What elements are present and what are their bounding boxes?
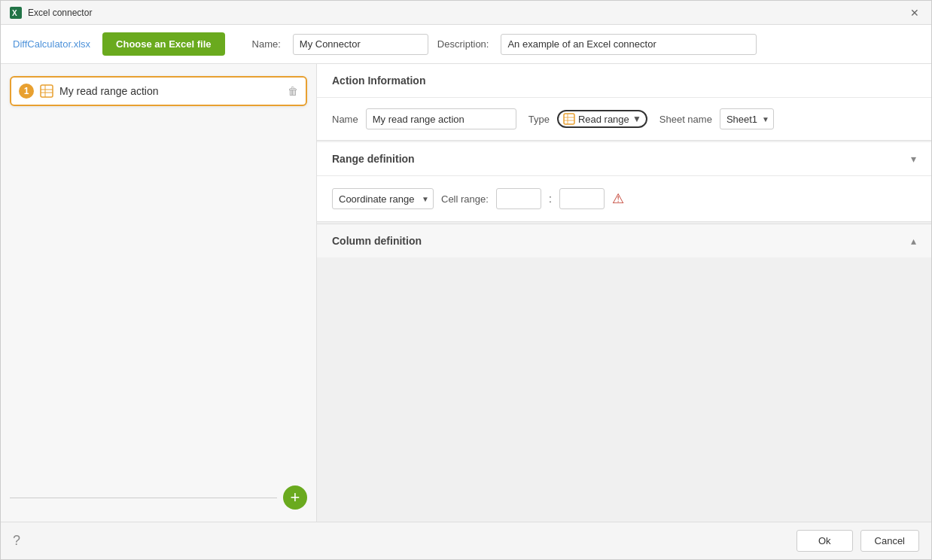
choose-file-button[interactable]: Choose an Excel file: [102, 32, 224, 56]
toolbar: DiffCalculator.xlsx Choose an Excel file…: [1, 25, 931, 64]
cell-range-label: Cell range:: [441, 193, 489, 205]
action-info-header: Action Information: [317, 64, 931, 98]
col-def-section: Column definition ▴: [317, 224, 931, 257]
action-name-label: My read range action: [59, 85, 282, 97]
action-info-title: Action Information: [332, 75, 916, 87]
range-type-dropdown[interactable]: Coordinate range Named range: [332, 188, 434, 209]
read-range-action-icon: [40, 84, 53, 98]
bottom-actions: Ok Cancel: [796, 530, 919, 552]
range-def-section: Range definition ▾ Coordinate range Name…: [317, 142, 931, 222]
sheet-name-label: Sheet name: [659, 114, 712, 125]
name-label: Name:: [252, 38, 281, 50]
cell-range-error-icon: ⚠: [612, 190, 624, 207]
main-window: X Excel connector ✕ DiffCalculator.xlsx …: [0, 0, 932, 560]
add-btn-line: [10, 498, 277, 498]
close-button[interactable]: ✕: [907, 5, 922, 20]
range-def-title: Range definition: [332, 153, 911, 165]
cell-range-start-input[interactable]: [496, 188, 541, 209]
help-icon[interactable]: ?: [13, 533, 20, 549]
range-def-chevron[interactable]: ▾: [911, 153, 916, 165]
left-panel: 1 My read range action 🗑 +: [1, 64, 317, 522]
action-name-group: Name: [332, 108, 516, 129]
cancel-button[interactable]: Cancel: [860, 530, 919, 552]
sheet-name-dropdown[interactable]: Sheet1 Sheet2 Sheet3: [720, 108, 774, 129]
add-action-button[interactable]: +: [283, 485, 307, 510]
excel-app-icon: X: [10, 7, 22, 19]
svg-rect-2: [41, 85, 53, 97]
cell-range-colon: :: [549, 193, 552, 205]
description-label: Description:: [437, 38, 489, 50]
action-item-1[interactable]: 1 My read range action 🗑: [10, 76, 307, 106]
add-action-row: +: [10, 473, 307, 510]
action-number: 1: [19, 84, 34, 99]
type-icon: [563, 113, 575, 125]
sheet-select-wrapper: Sheet1 Sheet2 Sheet3 ▼: [720, 108, 774, 129]
action-type-group: Type Read range ▼: [528, 110, 647, 128]
svg-text:X: X: [12, 9, 17, 17]
svg-rect-6: [564, 114, 574, 124]
toolbar-connector-fields: Name: Description:: [252, 34, 919, 55]
col-def-chevron[interactable]: ▴: [911, 235, 916, 247]
action-name-field[interactable]: [366, 108, 516, 129]
action-info-body: Name Type R: [317, 98, 931, 140]
cell-range-end-input[interactable]: [559, 188, 605, 209]
ok-button[interactable]: Ok: [796, 530, 853, 552]
action-info-section: Action Information Name Type: [317, 64, 931, 141]
action-name-field-label: Name: [332, 114, 358, 125]
bottom-bar: ? Ok Cancel: [1, 522, 931, 559]
col-def-title: Column definition: [332, 235, 911, 247]
type-select-wrapper: Read range ▼: [557, 110, 647, 128]
col-def-header[interactable]: Column definition ▴: [317, 224, 931, 257]
coord-range-wrapper: Coordinate range Named range ▼: [332, 188, 434, 209]
file-link[interactable]: DiffCalculator.xlsx: [13, 38, 90, 50]
main-content: 1 My read range action 🗑 +: [1, 64, 931, 522]
delete-action-button[interactable]: 🗑: [288, 85, 298, 97]
range-def-body: Coordinate range Named range ▼ Cell rang…: [317, 176, 931, 221]
right-panel: Action Information Name Type: [317, 64, 931, 522]
range-def-header[interactable]: Range definition ▾: [317, 142, 931, 176]
connector-description-input[interactable]: [501, 34, 757, 55]
window-title: Excel connector: [28, 8, 92, 18]
action-type-label: Type: [528, 114, 550, 125]
connector-name-input[interactable]: [293, 34, 428, 55]
titlebar: X Excel connector ✕: [1, 1, 931, 25]
sheet-name-group: Sheet name Sheet1 Sheet2 Sheet3 ▼: [659, 108, 774, 129]
type-dropdown[interactable]: Read range: [578, 114, 644, 125]
titlebar-left: X Excel connector: [10, 7, 92, 19]
